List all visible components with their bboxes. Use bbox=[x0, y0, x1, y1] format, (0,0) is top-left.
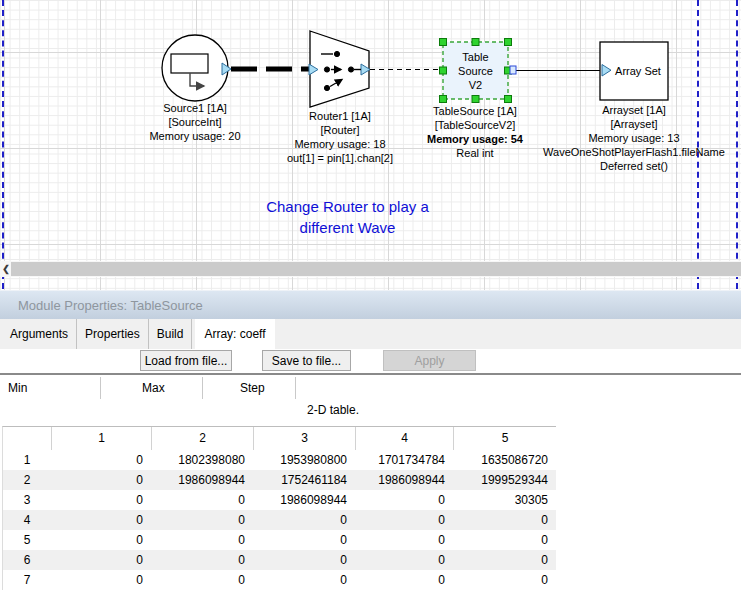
tab-bar: ArgumentsPropertiesBuildArray: coeff bbox=[0, 319, 741, 349]
range-divider bbox=[202, 377, 203, 399]
scrollbar-thumb[interactable] bbox=[11, 262, 741, 276]
source-block[interactable] bbox=[162, 35, 231, 101]
table-cell[interactable]: 0 bbox=[51, 470, 151, 490]
panel-separator bbox=[0, 373, 741, 375]
table-cell[interactable]: 1701734784 bbox=[355, 450, 453, 470]
row-header: 7 bbox=[3, 570, 51, 590]
apply-button[interactable]: Apply bbox=[383, 350, 476, 371]
table-corner-cell bbox=[3, 427, 51, 450]
row-header: 3 bbox=[3, 490, 51, 510]
table-cell[interactable]: 0 bbox=[51, 550, 151, 570]
scroll-left-icon[interactable]: ❮ bbox=[1, 262, 11, 276]
table-cell[interactable]: 1752461184 bbox=[253, 470, 355, 490]
tab-arguments[interactable]: Arguments bbox=[2, 319, 77, 349]
table-cell[interactable]: 1802398080 bbox=[151, 450, 253, 470]
table-cell[interactable]: 0 bbox=[453, 530, 556, 550]
table-caption: 2-D table. bbox=[307, 403, 359, 417]
min-header: Min bbox=[8, 381, 27, 395]
table-cell[interactable]: 1953980800 bbox=[253, 450, 355, 470]
router-block[interactable] bbox=[309, 31, 370, 107]
table-cell[interactable]: 0 bbox=[453, 570, 556, 590]
column-header: 2 bbox=[151, 427, 253, 450]
horizontal-scrollbar[interactable]: ❮ bbox=[0, 261, 741, 277]
row-header: 2 bbox=[3, 470, 51, 490]
tab-properties[interactable]: Properties bbox=[77, 319, 149, 349]
table-row: 700000 bbox=[3, 570, 556, 590]
tab-array-coeff[interactable]: Array: coeff bbox=[195, 319, 274, 349]
table-cell[interactable]: 1999529344 bbox=[453, 470, 556, 490]
table-row: 3001986098944030305 bbox=[3, 490, 556, 510]
max-header: Max bbox=[142, 381, 165, 395]
table-row: 2019860989441752461184198609894419995293… bbox=[3, 470, 556, 490]
table-cell[interactable]: 0 bbox=[51, 570, 151, 590]
column-header: 5 bbox=[453, 427, 556, 450]
panel-title: Module Properties: TableSource bbox=[18, 298, 203, 313]
table-row: 1018023980801953980800170173478416350867… bbox=[3, 450, 556, 470]
schematic-canvas[interactable]: Table Source V2 Array Set Source1 [1A] [… bbox=[0, 0, 741, 290]
coeff-table: 12345 1018023980801953980800170173478416… bbox=[2, 426, 556, 590]
table-cell[interactable]: 0 bbox=[151, 550, 253, 570]
table-cell[interactable]: 0 bbox=[151, 510, 253, 530]
table-cell[interactable]: 0 bbox=[51, 510, 151, 530]
button-row: Load from file... Save to file... Apply bbox=[0, 349, 741, 373]
row-header: 4 bbox=[3, 510, 51, 530]
table-cell[interactable]: 0 bbox=[355, 510, 453, 530]
panel-titlebar: Module Properties: TableSource bbox=[0, 290, 741, 319]
row-header: 6 bbox=[3, 550, 51, 570]
source-icon bbox=[171, 54, 208, 73]
table-cell[interactable]: 0 bbox=[453, 510, 556, 530]
range-divider bbox=[100, 377, 101, 399]
range-divider bbox=[295, 377, 296, 399]
load-from-file-button[interactable]: Load from file... bbox=[140, 350, 232, 371]
table-cell[interactable]: 0 bbox=[355, 550, 453, 570]
row-header: 5 bbox=[3, 530, 51, 550]
table-cell[interactable]: 0 bbox=[151, 490, 253, 510]
table-cell[interactable]: 0 bbox=[253, 570, 355, 590]
table-cell[interactable]: 1986098944 bbox=[355, 470, 453, 490]
table-row: 400000 bbox=[3, 510, 556, 530]
module-properties-panel: Module Properties: TableSource Arguments… bbox=[0, 290, 741, 600]
application-window: Table Source V2 Array Set Source1 [1A] [… bbox=[0, 0, 741, 600]
table-cell[interactable]: 0 bbox=[51, 450, 151, 470]
column-header: 1 bbox=[51, 427, 151, 450]
tab-build[interactable]: Build bbox=[149, 319, 193, 349]
column-header: 4 bbox=[355, 427, 453, 450]
table-body: 1018023980801953980800170173478416350867… bbox=[3, 450, 556, 590]
range-header-row: Min Max Step bbox=[0, 376, 741, 400]
table-row: 600000 bbox=[3, 550, 556, 570]
tablesource-output-pin[interactable] bbox=[510, 66, 516, 74]
step-header: Step bbox=[240, 381, 265, 395]
table-cell[interactable]: 1986098944 bbox=[151, 470, 253, 490]
table-cell[interactable]: 0 bbox=[453, 550, 556, 570]
table-cell[interactable]: 0 bbox=[51, 490, 151, 510]
table-cell[interactable]: 0 bbox=[151, 530, 253, 550]
save-to-file-button[interactable]: Save to file... bbox=[262, 350, 351, 371]
table-cell[interactable]: 0 bbox=[253, 510, 355, 530]
arrayset-body-label: Array Set bbox=[608, 64, 668, 78]
table-cell[interactable]: 1635086720 bbox=[453, 450, 556, 470]
annotation-note: Change Router to play a different Wave bbox=[195, 196, 500, 238]
table-cell[interactable]: 0 bbox=[355, 490, 453, 510]
table-cell[interactable]: 0 bbox=[253, 530, 355, 550]
column-header: 3 bbox=[253, 427, 355, 450]
arrayset-caption: Arrayset [1A] [Arrayset] Memory usage: 1… bbox=[520, 103, 741, 173]
table-cell[interactable]: 0 bbox=[151, 570, 253, 590]
tablesource-body-label: Table Source V2 bbox=[443, 50, 508, 92]
table-cell[interactable]: 0 bbox=[51, 530, 151, 550]
table-row: 500000 bbox=[3, 530, 556, 550]
row-header: 1 bbox=[3, 450, 51, 470]
table-cell[interactable]: 0 bbox=[355, 530, 453, 550]
table-cell[interactable]: 0 bbox=[253, 550, 355, 570]
table-header-row: 12345 bbox=[3, 427, 556, 450]
table-cell[interactable]: 0 bbox=[355, 570, 453, 590]
table-cell[interactable]: 1986098944 bbox=[253, 490, 355, 510]
table-cell[interactable]: 30305 bbox=[453, 490, 556, 510]
